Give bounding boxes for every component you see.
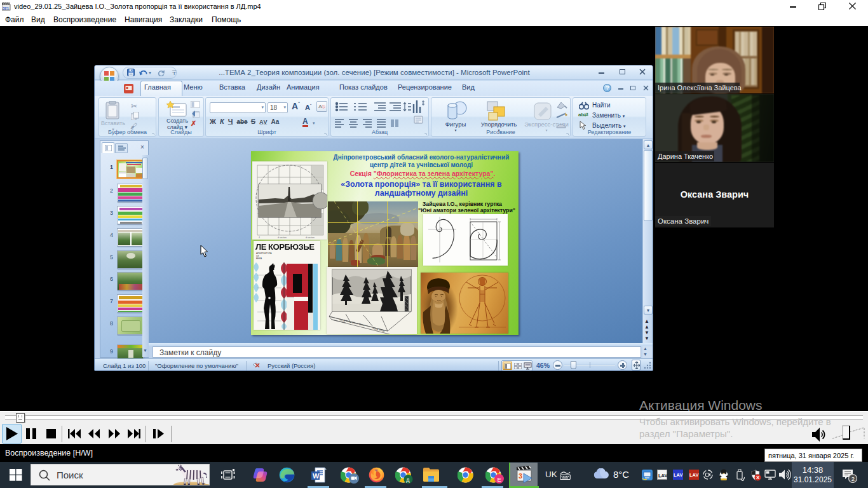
svg-text:3: 3 (519, 472, 522, 480)
svg-text:2: 2 (851, 475, 855, 482)
svg-text:E: E (498, 476, 501, 483)
svg-text:d section: d section (306, 236, 315, 239)
svg-text:4: 4 (259, 236, 260, 239)
svg-text:d section: d section (278, 236, 287, 239)
svg-text:W: W (313, 472, 320, 480)
svg-text:д: д (406, 477, 410, 483)
svg-text:321: 321 (3, 6, 10, 10)
